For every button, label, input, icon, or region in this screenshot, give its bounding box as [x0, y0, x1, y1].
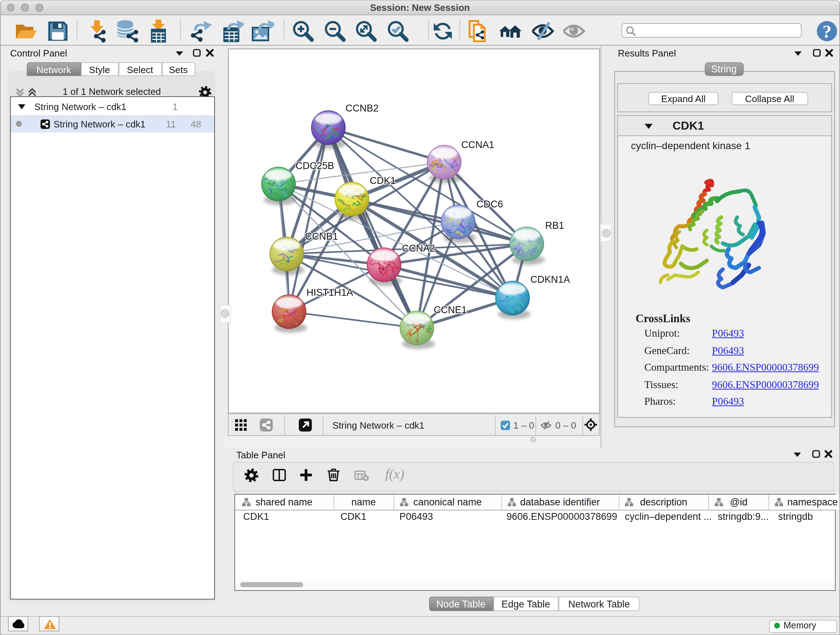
svg-text:CCNB2: CCNB2 [345, 103, 378, 113]
svg-text:?: ? [822, 21, 831, 42]
svg-text:CDC25B: CDC25B [295, 160, 334, 171]
svg-text:CDK1: CDK1 [369, 175, 395, 186]
svg-text:CDC6: CDC6 [476, 198, 503, 209]
svg-text:CCNB1: CCNB1 [305, 231, 338, 241]
svg-text:CDKN1A: CDKN1A [530, 274, 570, 285]
svg-text:HIST1H1A: HIST1H1A [306, 287, 353, 298]
svg-text:RB1: RB1 [545, 220, 564, 231]
svg-text:CCNA2: CCNA2 [401, 242, 435, 253]
svg-text:CCNA1: CCNA1 [461, 139, 494, 150]
svg-text:CCNE1: CCNE1 [433, 304, 467, 315]
